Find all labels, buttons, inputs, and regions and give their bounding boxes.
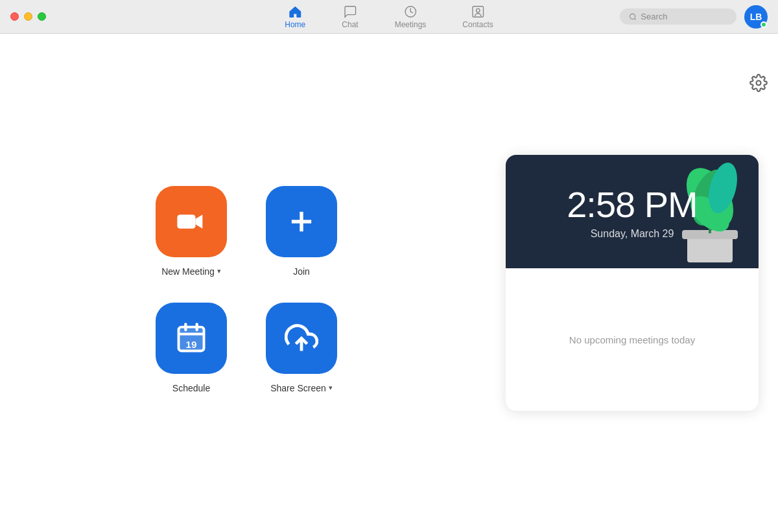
- no-meetings-text: No upcoming meetings today: [569, 334, 695, 345]
- avatar[interactable]: LB: [744, 5, 768, 29]
- plus-icon: [285, 205, 318, 238]
- nav-item-contacts[interactable]: Contacts: [457, 2, 498, 32]
- svg-point-2: [476, 8, 480, 12]
- new-meeting-chevron: ▾: [217, 267, 221, 275]
- share-screen-button[interactable]: [266, 303, 337, 374]
- main-nav: Home Chat Meetings Contacts: [279, 0, 498, 33]
- schedule-item[interactable]: 19 Schedule: [156, 303, 227, 393]
- share-screen-chevron: ▾: [329, 384, 333, 392]
- minimize-button[interactable]: [24, 12, 32, 21]
- maximize-button[interactable]: [38, 12, 46, 21]
- calendar-card: 2:58 PM Sunday, March 29: [506, 155, 759, 411]
- search-bar[interactable]: [620, 8, 737, 25]
- schedule-button[interactable]: 19: [156, 303, 227, 374]
- video-icon: [174, 205, 208, 238]
- nav-item-home[interactable]: Home: [279, 2, 311, 32]
- settings-button[interactable]: [749, 74, 768, 95]
- join-label: Join: [293, 266, 310, 277]
- schedule-label: Schedule: [172, 383, 210, 393]
- new-meeting-button[interactable]: [156, 186, 227, 257]
- calendar-banner: 2:58 PM Sunday, March 29: [506, 155, 759, 268]
- search-icon: [629, 12, 637, 21]
- svg-line-4: [635, 18, 636, 19]
- join-button[interactable]: [266, 186, 337, 257]
- calendar-body: No upcoming meetings today: [506, 268, 759, 411]
- svg-rect-6: [177, 214, 195, 229]
- upload-icon: [285, 321, 318, 355]
- traffic-lights: [10, 12, 46, 21]
- calendar-icon: 19: [174, 321, 208, 355]
- join-item[interactable]: Join: [266, 186, 337, 277]
- svg-point-3: [630, 14, 635, 19]
- nav-item-meetings[interactable]: Meetings: [390, 2, 432, 32]
- svg-text:19: 19: [186, 339, 197, 350]
- new-meeting-label: New Meeting ▾: [161, 266, 221, 277]
- action-grid: New Meeting ▾ Join: [156, 186, 337, 393]
- main-content: New Meeting ▾ Join: [0, 34, 778, 532]
- search-input[interactable]: [641, 12, 727, 21]
- nav-item-chat[interactable]: Chat: [336, 2, 363, 32]
- new-meeting-item[interactable]: New Meeting ▾: [156, 186, 227, 277]
- online-indicator: [760, 21, 767, 28]
- left-panel: New Meeting ▾ Join: [0, 34, 493, 532]
- close-button[interactable]: [10, 12, 19, 21]
- title-bar: Home Chat Meetings Contacts: [0, 0, 778, 34]
- svg-point-5: [757, 81, 761, 86]
- share-screen-label: Share Screen ▾: [270, 383, 333, 393]
- share-screen-item[interactable]: Share Screen ▾: [266, 303, 337, 393]
- right-panel: 2:58 PM Sunday, March 29: [493, 34, 778, 532]
- svg-rect-1: [473, 6, 484, 17]
- current-time: 2:58 PM: [567, 183, 698, 226]
- current-date: Sunday, March 29: [591, 228, 674, 240]
